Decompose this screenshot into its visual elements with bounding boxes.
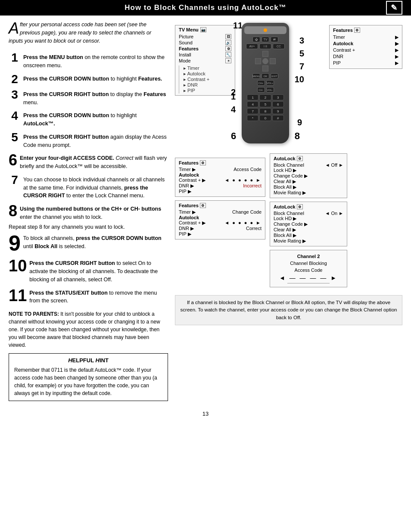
remote-extra2: CH- VOL- bbox=[244, 87, 286, 93]
key-hash[interactable]: # bbox=[272, 115, 284, 121]
step-4-bold: Press the CURSOR DOWN button bbox=[23, 112, 109, 118]
step-7-text: to enter the Lock Channel menu. bbox=[66, 193, 144, 199]
sub-contrast: ▸ Contrast + bbox=[184, 77, 231, 82]
tv-menu-item-picture: Picture 🖼 bbox=[179, 34, 231, 40]
step-11-content: Press the STATUS/EXIT button to remove t… bbox=[29, 287, 168, 305]
p4-change-code: Change Code ▶ bbox=[274, 173, 343, 179]
tv-menu-label: TV Menu bbox=[179, 27, 199, 32]
features-p1-title: Features ⚙ bbox=[333, 28, 399, 33]
btn-menu[interactable]: MENU bbox=[252, 73, 260, 79]
btn-ok[interactable]: OK bbox=[262, 73, 269, 79]
key-5[interactable]: 5 bbox=[259, 101, 271, 107]
cursor-center[interactable] bbox=[262, 58, 268, 64]
step-2-text: to highlight bbox=[111, 76, 138, 82]
p1-autolock: Autolock▶ bbox=[333, 40, 399, 47]
key-9[interactable]: 9 bbox=[272, 108, 284, 114]
remote-row2: AV+ I II CC bbox=[244, 44, 286, 49]
btn-r2[interactable]: I II bbox=[259, 44, 271, 49]
btn-standby[interactable]: ⏻ bbox=[252, 37, 260, 42]
step-1-num: 1 bbox=[9, 52, 21, 64]
hint-title-text: H bbox=[68, 357, 72, 364]
step-7: 7 You can choose to block individual cha… bbox=[9, 174, 168, 200]
callout-4: 4 bbox=[231, 105, 236, 115]
step-11-bold: Press the STATUS/EXIT button bbox=[29, 290, 108, 296]
btn-r3[interactable]: CC bbox=[273, 44, 285, 49]
ch-dots: ◄ — — — — ► bbox=[274, 274, 343, 281]
key-2[interactable]: 2 bbox=[259, 94, 271, 100]
step-8: 8 Using the numbered buttons or the CH+ … bbox=[9, 203, 168, 221]
cursor-left[interactable] bbox=[255, 58, 261, 64]
cursor-up[interactable] bbox=[262, 51, 268, 57]
page-number: 13 bbox=[0, 411, 411, 417]
callout-3: 3 bbox=[299, 36, 304, 46]
step-5-num: 5 bbox=[9, 131, 21, 143]
key-8[interactable]: 8 bbox=[259, 108, 271, 114]
callout-5: 5 bbox=[299, 49, 304, 59]
step-2-num: 2 bbox=[9, 73, 21, 85]
step-1: 1 Press the MENU button on the remote co… bbox=[9, 52, 168, 70]
step-1-content: Press the MENU button on the remote cont… bbox=[23, 52, 168, 70]
p4-block-all: Block All ▶ bbox=[274, 184, 343, 190]
numpad: 1 2 3 4 5 6 7 8 9 * 0 # bbox=[247, 94, 284, 121]
cursor-pad bbox=[255, 51, 276, 72]
step-3-num: 3 bbox=[9, 89, 21, 101]
step-7-num: 7 bbox=[9, 174, 21, 186]
btn-volm[interactable]: VOL- bbox=[266, 87, 274, 93]
remote-extra1: CH+ VOL+ bbox=[244, 80, 286, 86]
hint-title: HELPFUL HINT bbox=[14, 357, 162, 364]
step-2-bold2: Features. bbox=[138, 76, 162, 82]
step-5-bold: Press the CURSOR RIGHT button bbox=[23, 134, 109, 140]
step-6-italic: Correct bbox=[116, 155, 134, 161]
step-3: 3 Press the CURSOR RIGHT button to displ… bbox=[9, 89, 168, 107]
p2-dnr-row: DNR ▶ Incorrect bbox=[179, 183, 262, 189]
tv-menu-icon: 📷 bbox=[200, 27, 206, 32]
p5-lock-hd: Lock HD ▶ bbox=[274, 216, 343, 221]
btn-tv[interactable]: TV bbox=[262, 37, 269, 42]
step-6-content: Enter your four-digit ACCESS CODE. Corre… bbox=[20, 152, 168, 171]
step-4-num: 4 bbox=[9, 110, 21, 122]
note-label: NOTE TO PARENTS: bbox=[9, 311, 59, 317]
page-title: How to Block Channels using AutoLock™ bbox=[125, 3, 286, 12]
step-11: 11 Press the STATUS/EXIT button to remov… bbox=[9, 287, 168, 305]
step-2-bold: Press the CURSOR DOWN button bbox=[23, 76, 109, 82]
hint-title-h: H bbox=[95, 357, 99, 364]
step-7-content: You can choose to block individual chann… bbox=[23, 174, 168, 200]
step-6-num: 6 bbox=[9, 152, 17, 168]
step-2-content: Press the CURSOR DOWN button to highligh… bbox=[23, 73, 162, 83]
p2-incorrect: Incorrect bbox=[243, 183, 262, 189]
step-1-bold: Press the MENU button bbox=[23, 54, 83, 60]
key-3[interactable]: 3 bbox=[272, 94, 284, 100]
drop-cap: A bbox=[9, 22, 19, 35]
screen-panels-section: Features ⚙ Timer ▶ Access Code Autolock … bbox=[175, 153, 402, 287]
key-0[interactable]: 0 bbox=[259, 115, 271, 121]
step-3-bold: Press the CURSOR RIGHT button bbox=[23, 91, 109, 97]
callout-8: 8 bbox=[295, 131, 300, 142]
page-header: How to Block Channels using AutoLock™ ✎ bbox=[0, 0, 411, 16]
sub-autolock: ▸ Autolock bbox=[184, 71, 231, 77]
sound-icon: 🔊 bbox=[225, 40, 231, 45]
key-star[interactable]: * bbox=[247, 115, 258, 121]
steps-list: 1 Press the MENU button on the remote co… bbox=[9, 52, 168, 221]
key-7[interactable]: 7 bbox=[247, 108, 258, 114]
step-9-text2: is selected. bbox=[59, 243, 86, 249]
cursor-down[interactable] bbox=[262, 65, 268, 72]
cursor-right[interactable] bbox=[270, 58, 276, 64]
key-6[interactable]: 6 bbox=[272, 101, 284, 107]
btn-chp[interactable]: CH+ bbox=[257, 80, 265, 86]
callout-10: 10 bbox=[295, 75, 304, 84]
btn-volp[interactable]: VOL+ bbox=[266, 80, 274, 86]
key-1[interactable]: 1 bbox=[247, 94, 258, 100]
hint-title-int: INT bbox=[100, 357, 109, 364]
remote-top-btns: ⏻ TV ⇄ bbox=[244, 37, 286, 42]
step-9-content: To block all channels, press the CUR­SOR… bbox=[23, 233, 168, 251]
btn-r1[interactable]: AV+ bbox=[246, 44, 258, 49]
step-10-bold: Press the CURSOR RIGHT button bbox=[29, 260, 115, 266]
btn-exit[interactable]: EXIT bbox=[271, 73, 278, 79]
btn-source[interactable]: ⇄ bbox=[271, 37, 278, 42]
features-icon: ⚙ bbox=[225, 46, 231, 51]
key-4[interactable]: 4 bbox=[247, 101, 258, 107]
features-panel-1-area: Features ⚙ Timer▶ Autolock▶ Contrast +▶ … bbox=[329, 25, 402, 69]
features-panel-3: Features ⚙ Timer ▶ Change Code Autolock … bbox=[175, 200, 265, 240]
btn-chm[interactable]: CH- bbox=[257, 87, 265, 93]
hint-content: Remember that 0711 is the default AutoLo… bbox=[14, 366, 162, 397]
